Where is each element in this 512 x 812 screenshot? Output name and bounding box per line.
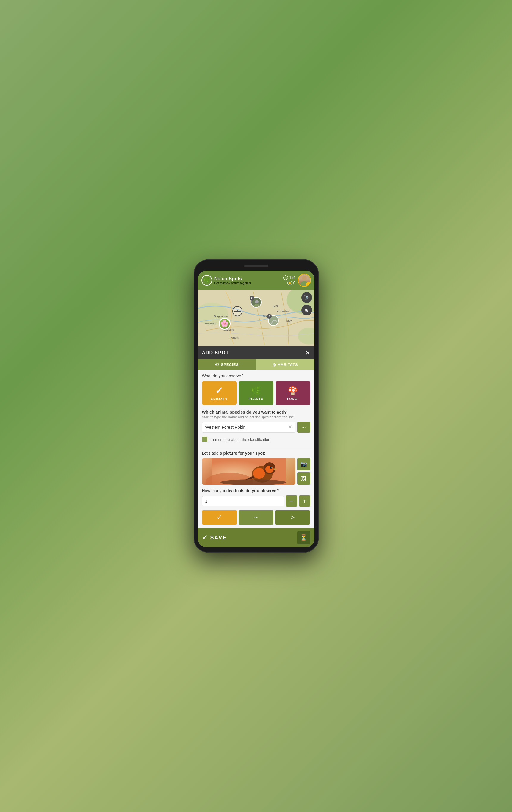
- plants-icon: 🌿: [251, 386, 261, 396]
- decrement-button[interactable]: −: [286, 495, 297, 507]
- map-label-hallein: Hallein: [230, 336, 239, 339]
- species-tab-icon: 🏷: [215, 362, 219, 367]
- fungi-icon: 🍄: [288, 386, 298, 396]
- premium-badge: 👑: [306, 282, 311, 287]
- search-row: Western Forest Robin ✕ ···: [202, 422, 310, 433]
- svg-point-6: [255, 300, 259, 303]
- header-title-block: NatureSpots Get to know nature together: [214, 276, 251, 285]
- history-button[interactable]: ⏳: [297, 531, 310, 544]
- picture-preview: [202, 458, 295, 485]
- species-subtitle: Start to type the name and select the sp…: [202, 415, 310, 419]
- divider-1: [202, 447, 310, 448]
- animals-label: ANIMALS: [211, 398, 228, 401]
- svg-point-14: [265, 466, 274, 473]
- count-section: How many individuals do you observe? 1 −…: [202, 488, 310, 507]
- animals-card[interactable]: ✓ ANIMALS: [202, 381, 237, 405]
- map-marker-1[interactable]: 2: [251, 297, 262, 308]
- confirm-check-icon: ✓: [217, 514, 222, 521]
- gallery-button[interactable]: 🖼: [297, 472, 310, 485]
- notification-stat: 🔔 0: [288, 281, 295, 285]
- count-label-bold: individuals do you observe?: [223, 488, 279, 493]
- map-label-ansfelden: Ansfelden: [277, 310, 289, 313]
- save-check-icon: ✓: [202, 534, 207, 542]
- add-spot-header: ADD SPOT ✕: [198, 346, 314, 359]
- tilde-icon: ~: [254, 514, 258, 521]
- binoculars-button[interactable]: 🔭: [301, 292, 312, 303]
- arrow-icon: >: [291, 514, 295, 521]
- crosshair-marker[interactable]: [232, 306, 242, 316]
- count-label-start: How many: [202, 488, 223, 493]
- bell-icon: 🔔: [288, 281, 292, 285]
- map-marker-2[interactable]: 4: [268, 315, 279, 326]
- species-section: Which animal species do you want to add?…: [202, 410, 310, 444]
- count-input[interactable]: 1: [202, 496, 284, 506]
- user-avatar[interactable]: 👑: [298, 274, 311, 287]
- svg-point-0: [302, 276, 306, 280]
- picture-label-start: Let's add a: [202, 451, 223, 456]
- species-search-value: Western Forest Robin: [205, 425, 246, 430]
- increment-button[interactable]: +: [299, 495, 310, 507]
- species-tab-label: SPECIES: [221, 362, 239, 367]
- score-stat: ◎ 154: [283, 275, 295, 280]
- svg-point-16: [271, 467, 272, 468]
- tab-species[interactable]: 🏷 SPECIES: [198, 359, 256, 370]
- next-button[interactable]: >: [275, 510, 310, 525]
- map-label-traunreut: Traunreut: [205, 322, 216, 325]
- action-buttons-row: ✓ ~ >: [202, 510, 310, 525]
- species-search-input[interactable]: Western Forest Robin ✕: [202, 422, 295, 433]
- score-value: 154: [289, 276, 295, 280]
- notification-count: 0: [293, 281, 295, 285]
- content-area: What do you observe? ✓ ANIMALS 🌿 PLANTS …: [198, 370, 314, 528]
- tabs-row: 🏷 SPECIES ◎ HABITATS: [198, 359, 314, 370]
- observe-options: ✓ ANIMALS 🌿 PLANTS 🍄 FUNGI: [202, 381, 310, 405]
- camera-button[interactable]: 📷: [297, 458, 310, 470]
- picture-label: Let's add a picture for your spot:: [202, 451, 310, 456]
- observe-section: What do you observe? ✓ ANIMALS 🌿 PLANTS …: [202, 373, 310, 405]
- clear-search-button[interactable]: ✕: [288, 424, 292, 430]
- svg-point-12: [253, 468, 265, 479]
- phone-frame: 🌿 NatureSpots Get to know nature togethe…: [194, 259, 319, 553]
- count-row: 1 − +: [202, 495, 310, 507]
- unsure-checkbox[interactable]: [202, 437, 207, 442]
- more-options-button[interactable]: ···: [297, 422, 310, 433]
- hourglass-icon: ⏳: [300, 534, 307, 541]
- plants-card[interactable]: 🌿 PLANTS: [239, 381, 273, 405]
- picture-label-bold: picture for your spot:: [223, 451, 265, 456]
- score-icon: ◎: [283, 275, 288, 280]
- app-name-regular: Nature: [214, 276, 229, 281]
- animals-check: ✓: [215, 385, 223, 396]
- fungi-card[interactable]: 🍄 FUNGI: [276, 381, 310, 405]
- approximate-button[interactable]: ~: [239, 510, 273, 525]
- fungi-label: FUNGI: [287, 397, 299, 401]
- map-label-burghausen: Burghausen: [214, 315, 229, 318]
- observe-title: What do you observe?: [202, 373, 310, 378]
- svg-point-4: [298, 328, 314, 345]
- picture-buttons: 📷 🖼: [297, 458, 310, 485]
- save-bar: ✓ SAVE ⏳: [198, 528, 314, 547]
- map-background: Burghausen Traunreut Salzburg Hallein Li…: [198, 290, 314, 346]
- map-label-linz: Linz: [273, 304, 278, 307]
- header-stats: ◎ 154 🔔 0: [283, 275, 295, 285]
- close-button[interactable]: ✕: [305, 349, 310, 356]
- map-view[interactable]: Burghausen Traunreut Salzburg Hallein Li…: [198, 290, 314, 346]
- map-marker-3[interactable]: 🌸: [219, 318, 231, 330]
- camera-icon: 📷: [300, 461, 307, 467]
- unsure-label: I am unsure about the classification: [210, 437, 270, 442]
- app-subtitle: Get to know nature together: [214, 282, 251, 285]
- map-controls: 🔭 ⊕: [301, 292, 312, 315]
- picture-section: Let's add a picture for your spot:: [202, 451, 310, 485]
- species-title: Which animal species do you want to add?: [202, 410, 310, 414]
- phone-screen: 🌿 NatureSpots Get to know nature togethe…: [198, 271, 314, 547]
- header-logo: 🌿 NatureSpots Get to know nature togethe…: [202, 275, 251, 286]
- app-header: 🌿 NatureSpots Get to know nature togethe…: [198, 271, 314, 290]
- header-right: ◎ 154 🔔 0 👑: [283, 274, 310, 287]
- confirm-button[interactable]: ✓: [202, 510, 237, 525]
- app-logo-icon: 🌿: [202, 275, 212, 286]
- more-dots-icon: ···: [301, 424, 306, 430]
- tab-habitats[interactable]: ◎ HABITATS: [256, 359, 314, 370]
- save-label: SAVE: [210, 535, 227, 541]
- gallery-icon: 🖼: [301, 475, 306, 482]
- location-button[interactable]: ⊕: [301, 305, 312, 315]
- add-spot-title: ADD SPOT: [202, 350, 229, 355]
- robin-svg: [202, 458, 295, 485]
